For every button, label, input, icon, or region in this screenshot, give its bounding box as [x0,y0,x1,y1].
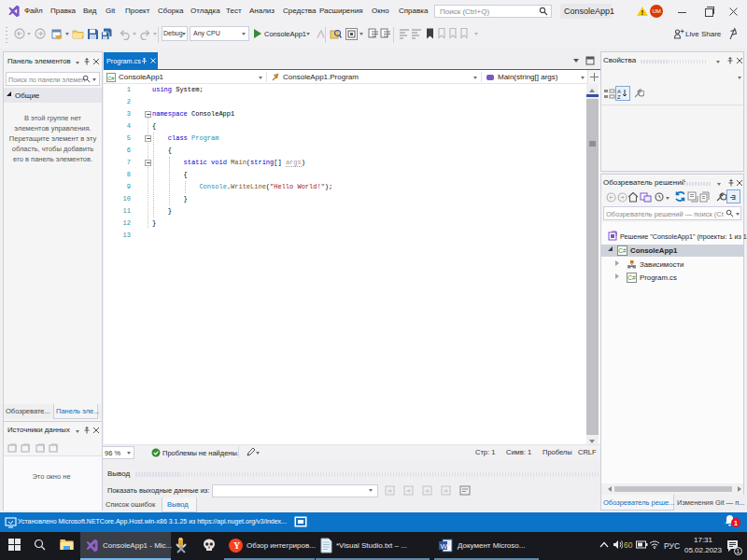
svg-text:C#: C# [618,247,627,254]
svg-text:C#: C# [627,274,636,281]
svg-text:W: W [441,542,448,551]
svg-text:Z: Z [617,94,621,99]
svg-text:C#: C# [107,76,115,81]
